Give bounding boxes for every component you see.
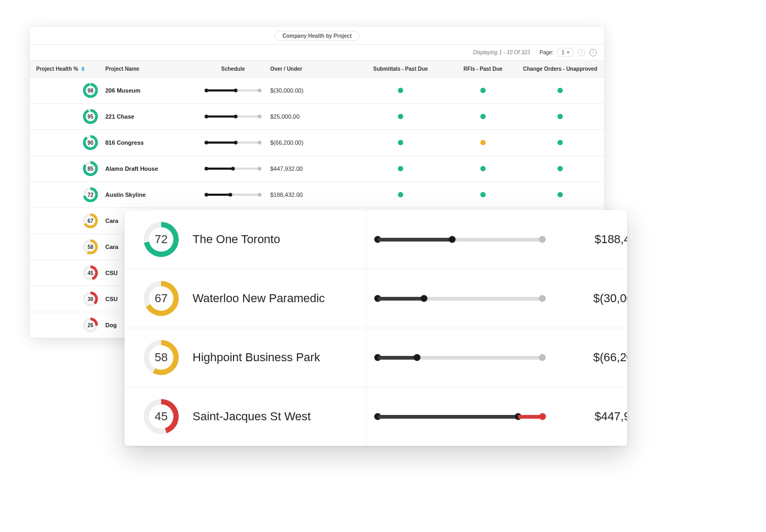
status-dot: [557, 88, 563, 93]
project-name: 221 Chase: [105, 113, 196, 120]
health-value: 58: [149, 345, 173, 370]
zoom-card: 72 The One Toronto $188,432.00 67 Waterl…: [124, 210, 627, 446]
health-donut: 72: [144, 222, 179, 257]
schedule-bar: [206, 89, 260, 92]
status-dot: [398, 192, 403, 197]
status-dot: [480, 140, 486, 145]
health-donut: 45: [83, 265, 98, 280]
rfis-status: [446, 166, 520, 171]
health-value: 67: [86, 216, 95, 226]
health-donut: 98: [83, 83, 98, 98]
zoom-row[interactable]: 45 Saint-Jacques St West $447,932.00: [124, 387, 627, 446]
health-value: 98: [86, 86, 95, 95]
health-value: 26: [86, 320, 95, 330]
submittals-status: [355, 166, 446, 171]
over-under-value: $188,432.00: [270, 192, 355, 198]
chevron-down-icon: [567, 52, 570, 54]
health-donut: 85: [83, 161, 98, 176]
rfis-status: [446, 192, 520, 197]
project-name: Highpoint Business Park: [193, 351, 320, 364]
schedule-bar: [206, 194, 260, 196]
col-project-name[interactable]: Project Name: [105, 66, 196, 72]
zoom-row[interactable]: 67 Waterloo New Paramedic $(30,000.00): [124, 269, 627, 328]
health-value: 85: [86, 164, 95, 173]
health-value: 90: [86, 138, 95, 147]
page-select[interactable]: 1: [557, 48, 573, 57]
project-name: Waterloo New Paramedic: [193, 292, 325, 305]
page-label: Page:: [539, 49, 553, 55]
amount-value: $447,932.00: [543, 410, 627, 423]
schedule-bar: [378, 297, 543, 301]
page-prev-button[interactable]: ‹: [578, 49, 585, 56]
table-header: Project Health % Project Name Schedule O…: [30, 60, 604, 78]
health-value: 45: [149, 404, 173, 429]
amount-value: $(66,200.00): [543, 351, 627, 364]
schedule-bar: [206, 142, 260, 144]
table-row[interactable]: 95 221 Chase $25,000.00: [30, 104, 604, 130]
health-value: 95: [86, 112, 95, 121]
sort-icon: [81, 66, 85, 71]
health-value: 38: [86, 294, 95, 304]
health-value: 67: [149, 286, 173, 311]
change-orders-status: [520, 88, 600, 93]
pager: Displaying 1 - 10 Of 323 Page: 1 ‹ ›: [30, 45, 604, 60]
status-dot: [480, 88, 486, 93]
page-value: 1: [561, 49, 564, 55]
table-menu-button[interactable]: ⋮: [600, 66, 604, 72]
submittals-status: [355, 114, 446, 119]
table-row[interactable]: 72 Austin Skyline $188,432.00: [30, 182, 604, 208]
schedule-bar: [206, 115, 260, 118]
schedule-bar: [206, 168, 260, 170]
status-dot: [398, 166, 403, 171]
amount-value: $188,432.00: [543, 232, 627, 246]
schedule-bar: [378, 238, 543, 242]
col-project-health[interactable]: Project Health %: [36, 66, 105, 72]
status-dot: [480, 192, 486, 197]
rfis-status: [446, 114, 520, 119]
project-name: The One Toronto: [193, 232, 280, 246]
col-rfis[interactable]: RFIs - Past Due: [446, 66, 520, 72]
project-name: Austin Skyline: [105, 192, 196, 198]
schedule-bar: [378, 356, 543, 360]
page-next-button[interactable]: ›: [589, 49, 597, 56]
over-under-value: $(30,000.00): [270, 87, 355, 94]
health-value: 45: [86, 268, 95, 278]
zoom-row[interactable]: 72 The One Toronto $188,432.00: [124, 210, 627, 269]
health-donut: 72: [83, 187, 98, 202]
health-donut: 58: [83, 239, 98, 254]
table-row[interactable]: 98 206 Museum $(30,000.00): [30, 78, 604, 104]
submittals-status: [355, 88, 446, 93]
health-value: 72: [86, 190, 95, 200]
health-donut: 67: [144, 281, 179, 316]
zoom-row[interactable]: 58 Highpoint Business Park $(66,200.00): [124, 328, 627, 387]
table-row[interactable]: 90 816 Congress $(66,200.00): [30, 130, 604, 156]
status-dot: [480, 114, 486, 119]
health-value: 58: [86, 242, 95, 252]
health-donut: 90: [83, 135, 98, 150]
over-under-value: $447,932.00: [270, 165, 355, 172]
over-under-value: $(66,200.00): [270, 139, 355, 146]
amount-value: $(30,000.00): [543, 292, 627, 305]
status-dot: [557, 140, 563, 145]
card-title: Company Health by Project: [274, 31, 360, 41]
health-donut: 26: [83, 318, 98, 332]
status-dot: [557, 192, 563, 197]
submittals-status: [355, 192, 446, 197]
col-schedule[interactable]: Schedule: [196, 66, 270, 72]
col-change-orders[interactable]: Change Orders - Unapproved: [520, 66, 600, 72]
change-orders-status: [520, 114, 600, 119]
health-value: 72: [149, 227, 173, 252]
col-over-under[interactable]: Over / Under: [270, 66, 355, 72]
status-dot: [557, 114, 563, 119]
project-name: 206 Museum: [105, 87, 196, 94]
col-submittals[interactable]: Submittals - Past Due: [355, 66, 446, 72]
status-dot: [480, 166, 486, 171]
schedule-bar: [378, 415, 543, 419]
health-donut: 67: [83, 213, 98, 228]
health-donut: 45: [144, 399, 179, 434]
rfis-status: [446, 140, 520, 145]
health-donut: 95: [83, 109, 98, 124]
col-label: Project Health %: [36, 66, 78, 72]
change-orders-status: [520, 192, 600, 197]
table-row[interactable]: 85 Alamo Draft House $447,932.00: [30, 156, 604, 182]
